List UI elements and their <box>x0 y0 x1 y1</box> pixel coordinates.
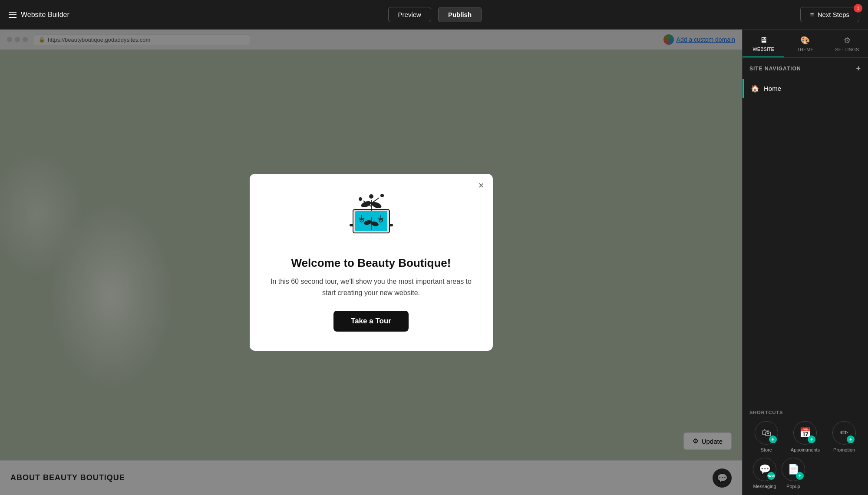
shortcuts-label: SHORTCUTS <box>749 410 861 415</box>
site-navigation-header: SITE NAVIGATION + <box>743 58 868 79</box>
modal-description: In this 60 second tour, we'll show you t… <box>271 276 472 298</box>
notification-badge: 1 <box>854 4 862 13</box>
sidebar-tabs: 🖥 WEBSITE 🎨 THEME ⚙ SETTINGS <box>743 30 868 58</box>
home-icon: 🏠 <box>751 84 759 93</box>
shortcuts-section: SHORTCUTS 🛍 + Store 📅 + Appointments <box>743 404 868 495</box>
brand-label: Website Builder <box>21 11 69 19</box>
shortcuts-grid: 🛍 + Store 📅 + Appointments ✏ + <box>749 421 861 452</box>
tab-theme-label: THEME <box>797 47 814 52</box>
tab-settings-label: SETTINGS <box>835 47 859 52</box>
svg-point-10 <box>380 194 384 197</box>
next-steps-icon: ≡ <box>810 11 814 18</box>
messaging-icon-wrap: 💬 New <box>753 458 776 481</box>
svg-point-4 <box>360 200 372 209</box>
nav-item-home-label: Home <box>764 85 781 92</box>
messaging-badge: New <box>767 472 775 480</box>
modal-overlay: × <box>0 30 742 495</box>
popup-icon-wrap: 📄 + <box>782 458 805 481</box>
appointments-label: Appointments <box>791 447 820 452</box>
add-nav-icon[interactable]: + <box>856 64 861 73</box>
store-badge: + <box>769 435 777 443</box>
promotion-label: Promotion <box>833 447 855 452</box>
shortcut-appointments[interactable]: 📅 + Appointments <box>789 421 822 452</box>
svg-point-8 <box>369 194 373 199</box>
preview-button[interactable]: Preview <box>388 7 431 22</box>
tab-theme[interactable]: 🎨 THEME <box>784 30 826 57</box>
nav-item-home[interactable]: 🏠 Home <box>743 79 868 98</box>
next-steps-label: Next Steps <box>818 11 849 18</box>
shortcut-popup[interactable]: 📄 + Popup <box>782 458 805 489</box>
promotion-icon-wrap: ✏ + <box>832 421 856 445</box>
shortcut-store[interactable]: 🛍 + Store <box>749 421 783 452</box>
center-wrapper: 🔒 https://beautyboutique.godaddysites.co… <box>0 30 742 495</box>
tab-settings[interactable]: ⚙ SETTINGS <box>826 30 868 57</box>
menu-icon[interactable] <box>9 12 17 18</box>
modal: × <box>250 174 493 350</box>
shortcuts-row2: 💬 New Messaging 📄 + Popup <box>749 458 861 489</box>
shortcut-messaging[interactable]: 💬 New Messaging <box>753 458 776 489</box>
website-tab-icon: 🖥 <box>759 36 767 45</box>
promotion-badge: + <box>847 435 855 443</box>
modal-illustration <box>337 191 406 248</box>
main-layout: 🔒 https://beautyboutique.godaddysites.co… <box>0 30 868 495</box>
store-icon-wrap: 🛍 + <box>755 421 778 445</box>
svg-point-9 <box>359 197 362 201</box>
store-label: Store <box>761 447 772 452</box>
modal-close-button[interactable]: × <box>479 181 484 190</box>
popup-badge: + <box>796 472 804 480</box>
modal-title: Welcome to Beauty Boutique! <box>291 256 451 270</box>
next-steps-button[interactable]: ≡ Next Steps 1 <box>800 7 859 22</box>
publish-button[interactable]: Publish <box>438 7 482 22</box>
right-sidebar: 🖥 WEBSITE 🎨 THEME ⚙ SETTINGS SITE NAVIGA… <box>742 30 868 495</box>
theme-tab-icon: 🎨 <box>800 36 810 45</box>
take-a-tour-button[interactable]: Take a Tour <box>333 311 409 332</box>
appointments-badge: + <box>808 435 815 443</box>
tab-website-label: WEBSITE <box>752 47 774 52</box>
settings-tab-icon: ⚙ <box>844 36 851 45</box>
appointments-icon-wrap: 📅 + <box>793 421 817 445</box>
messaging-label: Messaging <box>753 484 776 489</box>
site-navigation-label: SITE NAVIGATION <box>749 66 801 72</box>
popup-label: Popup <box>786 484 800 489</box>
tab-website[interactable]: 🖥 WEBSITE <box>743 30 784 57</box>
shortcut-promotion[interactable]: ✏ + Promotion <box>827 421 861 452</box>
toolbar: Website Builder Preview Publish ≡ Next S… <box>0 0 868 30</box>
promotion-icon: ✏ <box>840 427 848 439</box>
brand: Website Builder <box>9 11 69 19</box>
